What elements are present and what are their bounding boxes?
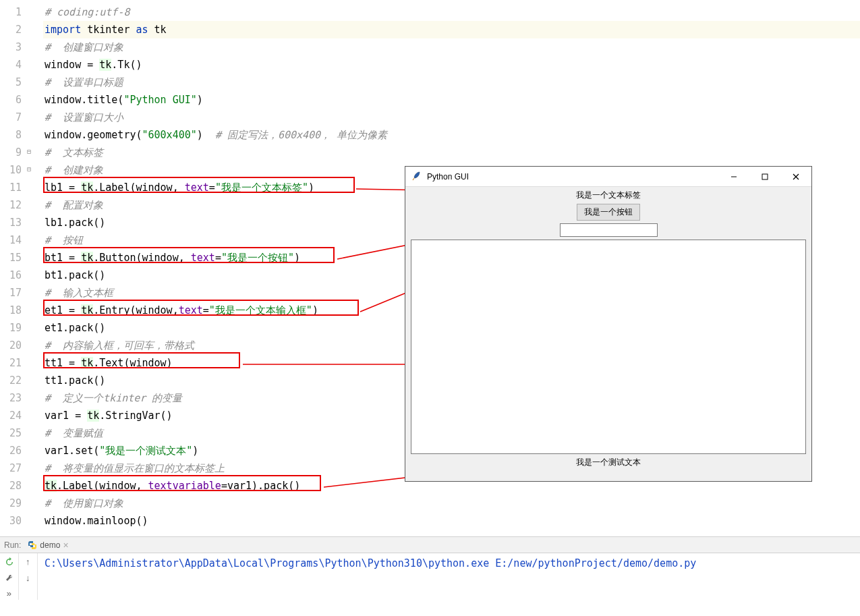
python-icon (28, 540, 37, 550)
tk-entry[interactable] (560, 223, 658, 237)
tk-feather-icon (411, 171, 423, 183)
line-number: 25 (0, 424, 22, 442)
line-number: 4 (0, 56, 22, 74)
fold-column: ⊟⊟ (27, 0, 43, 536)
line-number: 30 (0, 512, 22, 530)
line-number: 21 (0, 354, 22, 372)
line-number: 18 (0, 302, 22, 319)
console-toolbar-arrows: ↑ ↓ (19, 553, 38, 600)
code-line[interactable]: # 设置串口标题 (43, 74, 860, 91)
line-number: 8 (0, 126, 22, 144)
console-toolbar-left: » (0, 553, 19, 600)
minimize-button[interactable] (718, 167, 749, 187)
code-line[interactable]: # 使用窗口对象 (43, 495, 860, 512)
tk-label: 我是一个文本标签 (576, 190, 641, 201)
rerun-icon[interactable] (3, 556, 16, 568)
line-number: 6 (0, 91, 22, 109)
line-number: 15 (0, 249, 22, 267)
run-tab[interactable]: demo (40, 540, 60, 550)
maximize-button[interactable] (749, 167, 780, 187)
more-icon[interactable]: » (3, 588, 16, 600)
run-label: Run: (4, 540, 21, 550)
tk-label: 我是一个测试文本 (576, 457, 641, 468)
line-number: 19 (0, 319, 22, 337)
code-line[interactable]: window.mainloop() (43, 512, 860, 530)
tkinter-window[interactable]: Python GUI 我是一个文本标签 我是一个按钮 我是一个测试文本 (405, 166, 812, 482)
up-arrow-icon[interactable]: ↑ (22, 556, 34, 568)
console-panel: » ↑ ↓ C:\Users\Administrator\AppData\Loc… (0, 553, 860, 600)
line-number: 3 (0, 38, 22, 56)
line-number: 17 (0, 284, 22, 302)
code-line[interactable]: # 创建窗口对象 (43, 38, 860, 56)
line-number: 26 (0, 442, 22, 459)
code-line[interactable]: window = tk.Tk() (43, 56, 860, 74)
wrench-icon[interactable] (3, 572, 16, 584)
line-number: 22 (0, 372, 22, 389)
line-number: 24 (0, 407, 22, 424)
code-line[interactable]: window.title("Python GUI") (43, 91, 860, 109)
code-line[interactable]: # 文本标签 (43, 144, 860, 161)
line-number: 13 (0, 214, 22, 231)
line-number: 5 (0, 74, 22, 91)
svg-rect-6 (762, 174, 768, 179)
close-button[interactable] (780, 167, 811, 187)
line-number: 27 (0, 459, 22, 477)
line-number: 9 (0, 144, 22, 161)
code-line[interactable]: window.geometry("600x400") # 固定写法，600x40… (43, 126, 860, 144)
line-number: 14 (0, 231, 22, 249)
console-output[interactable]: C:\Users\Administrator\AppData\Local\Pro… (38, 553, 860, 600)
line-number: 20 (0, 337, 22, 354)
code-line[interactable]: import tkinter as tk (43, 21, 860, 38)
line-number: 1 (0, 3, 22, 21)
run-toolbar: Run: demo × (0, 536, 860, 553)
gutter: 1 2 3 4 5 6 7 8 9 10 11 12 13 14 15 16 1… (0, 0, 27, 536)
tk-button[interactable]: 我是一个按钮 (577, 204, 640, 221)
line-number: 28 (0, 477, 22, 495)
line-number: 2 (0, 21, 22, 38)
tk-body: 我是一个文本标签 我是一个按钮 我是一个测试文本 (405, 187, 811, 481)
down-arrow-icon[interactable]: ↓ (22, 572, 34, 584)
line-number: 10 (0, 161, 22, 179)
tk-titlebar[interactable]: Python GUI (405, 167, 811, 187)
line-number: 16 (0, 267, 22, 284)
line-number: 12 (0, 196, 22, 214)
editor-area: 1 2 3 4 5 6 7 8 9 10 11 12 13 14 15 16 1… (0, 0, 860, 536)
tk-text[interactable] (411, 240, 806, 454)
code-line[interactable]: # 设置窗口大小 (43, 109, 860, 126)
line-number: 7 (0, 109, 22, 126)
line-number: 23 (0, 389, 22, 407)
tk-window-title: Python GUI (427, 172, 718, 181)
line-number: 11 (0, 179, 22, 196)
line-number: 29 (0, 495, 22, 512)
code-line[interactable]: # coding:utf-8 (43, 3, 860, 21)
close-tab-icon[interactable]: × (63, 540, 68, 551)
